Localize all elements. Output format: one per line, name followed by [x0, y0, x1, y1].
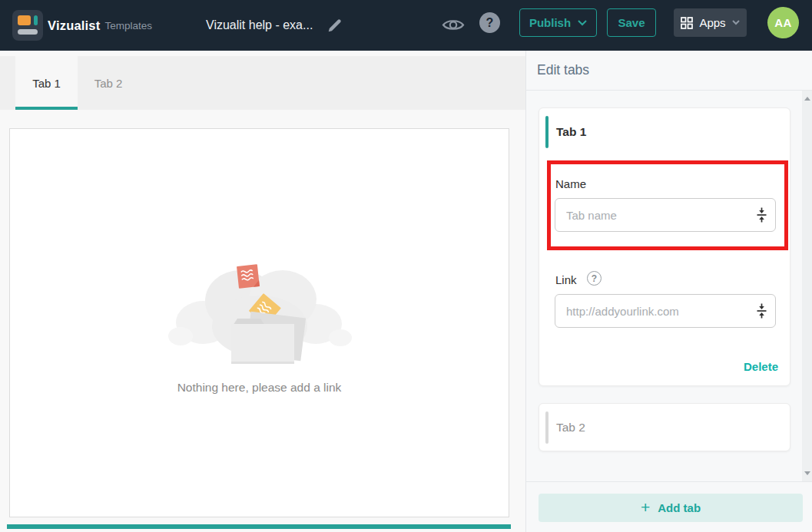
- template-preview-area: Tab 1 Tab 2: [0, 51, 525, 532]
- brand: Vizualist Templates: [48, 0, 152, 51]
- plus-icon: +: [641, 499, 650, 515]
- folder-icon: [231, 312, 306, 364]
- active-tab-underline: [15, 107, 78, 110]
- edit-tabs-panel: Edit tabs Tab 1 Name Link ?: [525, 51, 812, 532]
- scroll-down-icon[interactable]: [804, 471, 810, 475]
- scroll-up-icon[interactable]: [804, 97, 810, 101]
- apps-button[interactable]: Apps: [674, 8, 747, 37]
- document-title: Vizualit help - exa...: [206, 18, 313, 32]
- template-footer-bar: [7, 524, 511, 529]
- tab-card-title: Tab 1: [556, 125, 586, 139]
- indicator-bar: [545, 411, 549, 444]
- tab-card-title: Tab 2: [556, 421, 585, 435]
- tab-card[interactable]: Tab 2: [539, 403, 790, 451]
- app-window: Vizualist Templates Vizualit help - exa.…: [0, 0, 812, 532]
- tab-card-selected[interactable]: Tab 1 Name Link ?: [539, 107, 790, 386]
- help-button[interactable]: ?: [479, 12, 500, 33]
- preview-tab-1[interactable]: Tab 1: [15, 56, 78, 110]
- panel-scrollbar[interactable]: [802, 91, 812, 481]
- panel-divider: [526, 90, 812, 91]
- empty-state-message: Nothing here, please add a link: [177, 381, 342, 395]
- link-field-label: Link: [555, 273, 577, 286]
- red-note-icon: [237, 264, 260, 289]
- panel-divider: [526, 481, 812, 482]
- vizualist-logo-icon[interactable]: [12, 10, 43, 41]
- tab-name-input[interactable]: [555, 198, 776, 232]
- pencil-icon: [326, 17, 343, 34]
- preview-tabstrip: Tab 1 Tab 2: [0, 56, 525, 110]
- tab-link-input[interactable]: [555, 294, 776, 328]
- link-field: [555, 294, 776, 328]
- eye-icon: [442, 17, 465, 33]
- document-title-group: Vizualit help - exa...: [206, 0, 343, 51]
- add-tab-button[interactable]: + Add tab: [539, 494, 803, 522]
- tab-content-canvas: Nothing here, please add a link: [9, 128, 509, 517]
- preview-tab-2[interactable]: Tab 2: [78, 56, 139, 110]
- selected-indicator-bar: [545, 116, 549, 148]
- apps-grid-icon: [681, 17, 693, 29]
- brand-suffix: Templates: [104, 20, 152, 31]
- collapse-vertical-icon[interactable]: [756, 207, 767, 223]
- delete-tab-button[interactable]: Delete: [744, 360, 778, 373]
- link-help-icon[interactable]: ?: [587, 271, 602, 286]
- preview-button[interactable]: [442, 17, 465, 33]
- publish-button[interactable]: Publish: [519, 8, 597, 37]
- edit-title-button[interactable]: [326, 17, 343, 34]
- panel-title: Edit tabs: [537, 62, 589, 78]
- chevron-down-icon: [578, 20, 587, 26]
- question-mark-icon: ?: [486, 16, 494, 30]
- brand-name: Vizualist: [48, 18, 100, 33]
- chevron-down-icon: [732, 20, 740, 25]
- name-field-label: Name: [555, 177, 586, 190]
- name-field: [555, 198, 776, 232]
- user-avatar[interactable]: AA: [767, 7, 799, 38]
- empty-state-illustration: [164, 246, 356, 370]
- top-navbar: Vizualist Templates Vizualit help - exa.…: [0, 0, 812, 51]
- save-button[interactable]: Save: [607, 8, 656, 37]
- collapse-vertical-icon[interactable]: [756, 302, 767, 319]
